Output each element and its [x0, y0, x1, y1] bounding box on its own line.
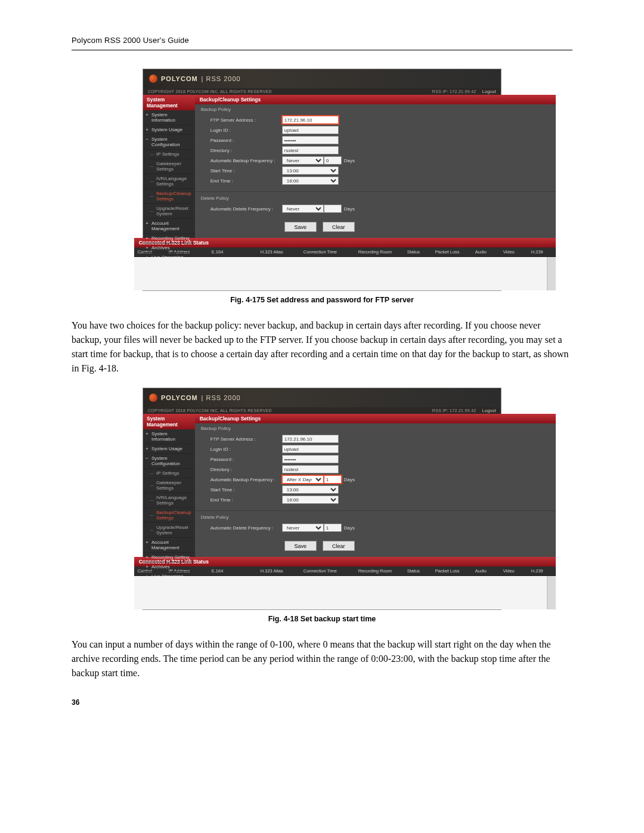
logout-link[interactable]: Logout [482, 89, 496, 94]
auto-delete-days-input[interactable] [324, 524, 342, 532]
nav-ivr-language-settings[interactable]: IVR/Language Settings [143, 174, 195, 189]
nav-ip-settings[interactable]: IP Settings [143, 469, 195, 478]
backup-policy-label: Backup Policy [195, 104, 556, 116]
polycom-logo-icon [149, 75, 157, 83]
nav-ivr-language-settings[interactable]: IVR/Language Settings [143, 493, 195, 508]
auto-backup-freq-label: Automatic Backup Frequency : [210, 158, 282, 163]
directory-label: Directory : [210, 148, 282, 153]
nav-backup-cleanup-settings[interactable]: Backup/Cleanup Settings [143, 189, 195, 204]
nav-upgrade-reset-system[interactable]: Upgrade/Reset System [143, 204, 195, 219]
link-status-title: Connected H.323 Link Status [134, 238, 556, 247]
plus-icon: + [145, 112, 149, 117]
minus-icon: − [145, 456, 149, 461]
nav-gatekeeper-settings[interactable]: Gatekeeper Settings [143, 159, 195, 174]
ftp-address-label: FTP Server Address : [210, 436, 282, 442]
auto-backup-freq-select[interactable]: Never [282, 156, 324, 165]
nav-recording-setting[interactable]: +Recording Setting [143, 553, 195, 562]
nav-backup-cleanup-settings[interactable]: Backup/Cleanup Settings [143, 508, 195, 523]
body-paragraph-2: You can input a number of days within th… [72, 637, 572, 680]
content-title: Backup/Cleanup Settings [195, 414, 556, 423]
days-label: Days [344, 158, 355, 163]
start-time-select[interactable]: 13:00 [282, 166, 339, 175]
brand: POLYCOM [161, 75, 198, 82]
minus-icon: − [145, 137, 149, 142]
nav-system-usage[interactable]: +System Usage [143, 125, 195, 135]
clear-button[interactable]: Clear [323, 541, 355, 551]
password-label: Password : [210, 138, 282, 143]
link-status-header: Control IP Address E.164 H.323 Alias Con… [134, 247, 556, 257]
save-button[interactable]: Save [284, 541, 317, 551]
password-input[interactable] [282, 136, 339, 144]
ftp-address-input[interactable] [282, 435, 339, 443]
days-label: Days [344, 206, 355, 212]
model: | RSS 2000 [202, 75, 241, 82]
nav-system-information[interactable]: +System Information [143, 110, 195, 125]
password-input[interactable] [282, 455, 339, 463]
start-time-label: Start Time : [210, 168, 282, 174]
nav-system-configuration[interactable]: −System Configuration [143, 454, 195, 469]
backup-policy-label: Backup Policy [195, 423, 556, 435]
brand: POLYCOM [161, 394, 198, 401]
ftp-address-input[interactable] [282, 116, 339, 124]
auto-delete-days-input[interactable] [324, 205, 342, 213]
rss-ip: RSS IP: 172.21.99.42 [432, 408, 476, 413]
password-label: Password : [210, 457, 282, 462]
nav-system-information[interactable]: +System Information [143, 429, 195, 444]
copyright-bar: COPYRIGHT 2018 POLYCOM INC. ALL RIGHTS R… [143, 407, 501, 414]
plus-icon: + [145, 564, 149, 569]
sidebar-title: System Management [143, 95, 195, 110]
nav-account-management[interactable]: +Account Management [143, 219, 195, 234]
logout-link[interactable]: Logout [482, 408, 496, 413]
nav-archives[interactable]: +Archives [143, 243, 195, 253]
auto-backup-freq-select[interactable]: After X Days [282, 475, 324, 484]
plus-icon: + [145, 540, 149, 545]
nav-account-management[interactable]: +Account Management [143, 538, 195, 553]
content-title: Backup/Cleanup Settings [195, 95, 556, 104]
end-time-select[interactable]: 18:00 [282, 496, 339, 504]
login-id-label: Login ID : [210, 447, 282, 452]
auto-backup-days-input[interactable] [324, 475, 342, 484]
days-label: Days [344, 525, 355, 531]
banner: POLYCOM | RSS 2000 [143, 69, 501, 88]
directory-input[interactable] [282, 465, 339, 473]
screenshot-a: POLYCOM | RSS 2000 COPYRIGHT 2018 POLYCO… [143, 69, 501, 291]
figure-caption-b: Fig. 4-18 Set backup start time [72, 615, 572, 623]
login-id-input[interactable] [282, 445, 339, 453]
login-id-label: Login ID : [210, 128, 282, 133]
start-time-label: Start Time : [210, 487, 282, 493]
auto-delete-freq-label: Automatic Delete Frequency : [210, 206, 282, 212]
link-status-header: Control IP Address E.164 H.323 Alias Con… [134, 566, 556, 576]
login-id-input[interactable] [282, 126, 339, 134]
banner: POLYCOM | RSS 2000 [143, 388, 501, 407]
copyright-text: COPYRIGHT 2018 POLYCOM INC. ALL RIGHTS R… [148, 89, 272, 94]
auto-backup-days-input[interactable] [324, 156, 342, 165]
rss-ip: RSS IP: 172.21.99.42 [432, 89, 476, 94]
auto-delete-freq-select[interactable]: Never [282, 524, 324, 532]
end-time-select[interactable]: 18:00 [282, 176, 339, 185]
page-header: Polycom RSS 2000 User's Guide [72, 36, 572, 51]
auto-backup-freq-label: Automatic Backup Frequency : [210, 477, 282, 482]
directory-input[interactable] [282, 146, 339, 154]
link-status-body [134, 576, 556, 609]
nav-ip-settings[interactable]: IP Settings [143, 150, 195, 159]
save-button[interactable]: Save [284, 222, 317, 232]
nav-gatekeeper-settings[interactable]: Gatekeeper Settings [143, 478, 195, 493]
plus-icon: + [145, 555, 149, 560]
model: | RSS 2000 [202, 394, 241, 401]
sidebar-title: System Management [143, 414, 195, 429]
nav-system-configuration[interactable]: −System Configuration [143, 135, 195, 150]
days-label: Days [344, 477, 355, 482]
nav-archives[interactable]: +Archives [143, 562, 195, 572]
link-status-title: Connected H.323 Link Status [134, 557, 556, 566]
nav-system-usage[interactable]: +System Usage [143, 444, 195, 454]
screenshot-b: POLYCOM | RSS 2000 COPYRIGHT 2018 POLYCO… [143, 388, 501, 610]
nav-recording-setting[interactable]: +Recording Setting [143, 234, 195, 243]
clear-button[interactable]: Clear [323, 222, 355, 232]
end-time-label: End Time : [210, 497, 282, 503]
auto-delete-freq-select[interactable]: Never [282, 205, 324, 213]
delete-policy-label: Delete Policy [195, 512, 556, 524]
nav-upgrade-reset-system[interactable]: Upgrade/Reset System [143, 523, 195, 538]
start-time-select[interactable]: 13:00 [282, 485, 339, 494]
end-time-label: End Time : [210, 178, 282, 184]
directory-label: Directory : [210, 467, 282, 472]
